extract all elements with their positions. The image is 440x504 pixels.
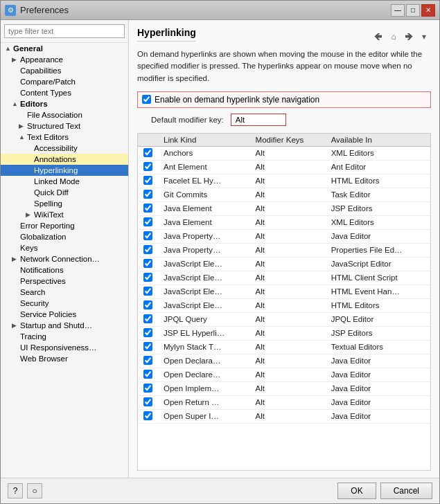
- tree-item-annotations[interactable]: Annotations: [1, 154, 128, 165]
- menu-nav-button[interactable]: ▾: [417, 30, 431, 44]
- hyperlink-table: Link Kind Modifier Keys Available In Anc…: [137, 133, 431, 471]
- tree-item-file-association[interactable]: File Association: [1, 109, 128, 120]
- tree-item-editors[interactable]: ▲Editors: [1, 98, 128, 109]
- cell-modifier: Alt: [250, 243, 326, 257]
- tree-item-text-editors[interactable]: ▲Text Editors: [1, 132, 128, 143]
- tree-item-startup-shutdown[interactable]: ▶Startup and Shutd…: [1, 320, 128, 331]
- tree-item-spelling[interactable]: Spelling: [1, 198, 128, 209]
- tree-item-linked-mode[interactable]: Linked Mode: [1, 176, 128, 187]
- tree-item-general[interactable]: ▲General: [1, 43, 128, 54]
- maximize-button[interactable]: □: [406, 4, 420, 17]
- table-row: Open Return …AltJava Editor: [138, 395, 430, 409]
- row-checkbox-1[interactable]: [143, 162, 152, 171]
- ok-button[interactable]: OK: [337, 483, 376, 499]
- cell-modifier: Alt: [250, 229, 326, 243]
- row-checkbox-10[interactable]: [143, 287, 152, 296]
- row-checkbox-16[interactable]: [143, 370, 152, 379]
- tree-label-hyperlinking: Hyperlinking: [34, 166, 78, 174]
- row-checkbox-7[interactable]: [143, 245, 152, 254]
- cell-available: Java Editor: [326, 354, 430, 368]
- tree-item-tracing[interactable]: Tracing: [1, 331, 128, 342]
- filter-input[interactable]: [4, 24, 125, 38]
- minimize-button[interactable]: —: [391, 4, 405, 17]
- row-checkbox-12[interactable]: [143, 314, 152, 323]
- tree-label-globalization: Globalization: [20, 233, 66, 241]
- row-checkbox-0[interactable]: [143, 148, 152, 157]
- row-checkbox-13[interactable]: [143, 328, 152, 337]
- enable-hyperlink-checkbox[interactable]: [142, 95, 151, 104]
- tree-item-search[interactable]: Search: [1, 287, 128, 298]
- row-checkbox-5[interactable]: [143, 217, 152, 226]
- close-button[interactable]: ✕: [421, 4, 435, 17]
- tree-item-service-policies[interactable]: Service Policies: [1, 309, 128, 320]
- tree-item-hyperlinking[interactable]: Hyperlinking: [1, 165, 128, 176]
- row-checkbox-15[interactable]: [143, 356, 152, 365]
- row-checkbox-6[interactable]: [143, 231, 152, 240]
- tree-toggle-appearance[interactable]: ▶: [12, 56, 20, 63]
- cell-available: HTML Event Han…: [326, 285, 430, 298]
- row-checkbox-4[interactable]: [143, 204, 152, 213]
- title-bar-controls: — □ ✕: [391, 4, 435, 17]
- description-text: On demand hyperlinks are shown when movi…: [137, 48, 431, 84]
- tree-item-compare-patch[interactable]: Compare/Patch: [1, 76, 128, 87]
- tree-item-capabilities[interactable]: Capabilities: [1, 65, 128, 76]
- cell-modifier: Alt: [250, 160, 326, 174]
- tree-toggle-structured-text[interactable]: ▶: [19, 123, 27, 129]
- table-row: Facelet EL Hy…AltHTML Editors: [138, 174, 430, 188]
- cell-link-kind: JavaScript Ele…: [158, 285, 250, 298]
- row-checkbox-17[interactable]: [143, 384, 152, 393]
- tree-item-content-types[interactable]: Content Types: [1, 87, 128, 98]
- tree-toggle-general[interactable]: ▲: [5, 45, 13, 52]
- nav-bar: 🡸 ⌂ 🡺 ▾: [371, 30, 431, 44]
- tree-item-quick-diff[interactable]: Quick Diff: [1, 187, 128, 198]
- row-checkbox-19[interactable]: [143, 411, 152, 420]
- tree-item-keys[interactable]: Keys: [1, 242, 128, 253]
- cell-available: XML Editors: [326, 215, 430, 229]
- cancel-button[interactable]: Cancel: [380, 483, 432, 499]
- cell-modifier: Alt: [250, 201, 326, 215]
- tree-toggle-wikitext[interactable]: ▶: [26, 211, 34, 218]
- tree-item-web-browser[interactable]: Web Browser: [1, 353, 128, 364]
- tree-toggle-startup-shutdown[interactable]: ▶: [12, 322, 20, 329]
- left-panel: ▲General▶AppearanceCapabilitiesCompare/P…: [1, 20, 129, 478]
- home-nav-button[interactable]: ⌂: [387, 30, 401, 44]
- table-row: JavaScript Ele…AltHTML Event Han…: [138, 285, 430, 298]
- forward-nav-button[interactable]: 🡺: [402, 30, 416, 44]
- tree-item-security[interactable]: Security: [1, 298, 128, 309]
- cell-link-kind: Ant Element: [158, 160, 250, 174]
- help-button[interactable]: ?: [8, 483, 23, 498]
- cell-available: Textual Editors: [326, 340, 430, 354]
- cell-link-kind: JavaScript Ele…: [158, 271, 250, 285]
- back-nav-button[interactable]: 🡸: [371, 30, 385, 44]
- tree-item-error-reporting[interactable]: Error Reporting: [1, 220, 128, 231]
- tree-toggle-network-connections[interactable]: ▶: [12, 255, 20, 262]
- bottom-right-buttons: OK Cancel: [337, 483, 432, 499]
- tree-item-network-connections[interactable]: ▶Network Connection…: [1, 253, 128, 264]
- tree-item-appearance[interactable]: ▶Appearance: [1, 54, 128, 65]
- row-checkbox-18[interactable]: [143, 397, 152, 406]
- col-check: [138, 134, 158, 147]
- tree-item-notifications[interactable]: Notifications: [1, 264, 128, 276]
- tree-label-wikitext: WikiText: [34, 210, 64, 219]
- tree-item-structured-text[interactable]: ▶Structured Text: [1, 120, 128, 132]
- row-checkbox-8[interactable]: [143, 259, 152, 268]
- cell-link-kind: Open Return …: [158, 395, 250, 409]
- row-checkbox-14[interactable]: [143, 342, 152, 351]
- cell-available: XML Editors: [326, 146, 430, 160]
- tree-item-perspectives[interactable]: Perspectives: [1, 276, 128, 287]
- modifier-input[interactable]: [231, 114, 286, 126]
- row-checkbox-11[interactable]: [143, 300, 152, 309]
- tree-item-globalization[interactable]: Globalization: [1, 231, 128, 242]
- row-checkbox-9[interactable]: [143, 273, 152, 282]
- tree-toggle-text-editors[interactable]: ▲: [19, 134, 27, 141]
- tree-item-ui-responsiveness[interactable]: UI Responsiveness…: [1, 342, 128, 353]
- tree-item-accessibility[interactable]: Accessibility: [1, 143, 128, 154]
- tree-item-wikitext[interactable]: ▶WikiText: [1, 209, 128, 220]
- defaults-button[interactable]: ○: [27, 483, 42, 498]
- tree-toggle-editors[interactable]: ▲: [12, 100, 20, 107]
- row-checkbox-2[interactable]: [143, 176, 152, 185]
- cell-link-kind: JavaScript Ele…: [158, 298, 250, 312]
- row-checkbox-3[interactable]: [143, 190, 152, 199]
- cell-available: Properties File Ed…: [326, 243, 430, 257]
- table-row: Open Implem…AltJava Editor: [138, 381, 430, 395]
